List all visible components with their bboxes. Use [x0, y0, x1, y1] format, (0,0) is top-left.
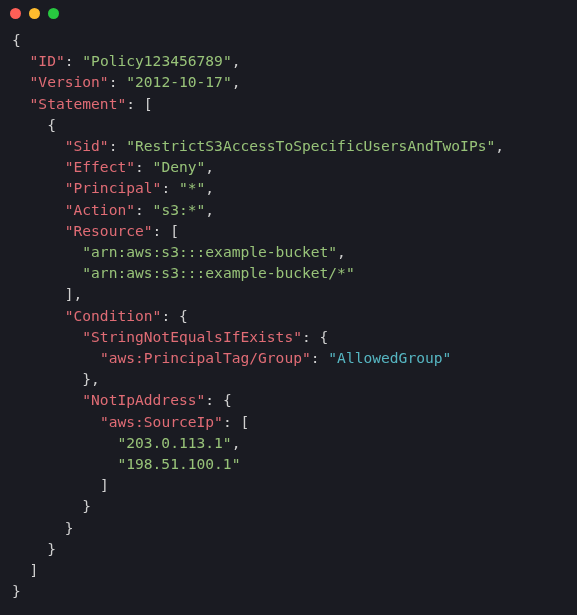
json-code-block: { "ID": "Policy123456789", "Version": "2… [0, 23, 577, 615]
minimize-icon[interactable] [29, 8, 40, 19]
close-icon[interactable] [10, 8, 21, 19]
window-traffic-lights [0, 0, 577, 23]
maximize-icon[interactable] [48, 8, 59, 19]
